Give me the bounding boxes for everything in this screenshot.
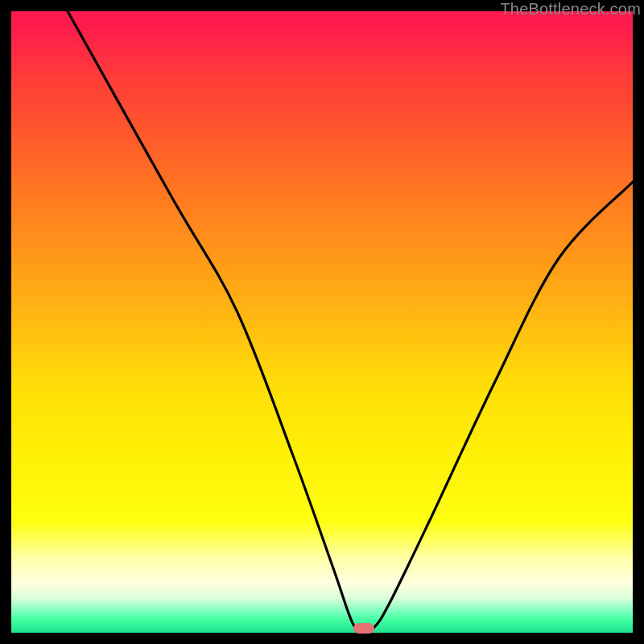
- bottleneck-curve: [68, 11, 633, 630]
- watermark-text: TheBottleneck.com: [500, 0, 641, 19]
- chart-curve-svg: [11, 11, 633, 633]
- bottleneck-marker: [353, 623, 374, 634]
- chart-area: [11, 11, 633, 633]
